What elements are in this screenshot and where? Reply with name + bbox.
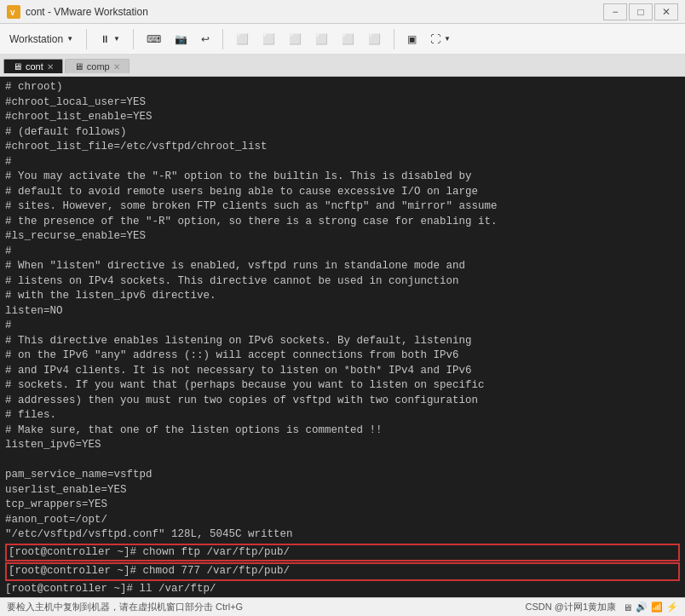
title-bar-left: V cont - VMware Workstation: [7, 5, 148, 19]
terminal-line-19: # on the IPv6 "any" address (::) will ac…: [5, 348, 680, 364]
view-btn-6[interactable]: ⬜: [362, 30, 387, 49]
highlighted-command-1: [root@controller ~]# chown ftp /var/ftp/…: [5, 544, 680, 562]
terminal-line-17: #: [5, 319, 680, 334]
terminal-line-13: # When "listen" directive is enabled, vs…: [5, 259, 680, 274]
terminal-line-12: #: [5, 245, 680, 260]
toolbar-group-view: ⬜ ⬜ ⬜ ⬜ ⬜ ⬜: [230, 30, 387, 49]
terminal-line-14: # listens on IPv4 sockets. This directiv…: [5, 274, 680, 290]
view-btn-3[interactable]: ⬜: [283, 30, 308, 49]
command-chown: [root@controller ~]# chown ftp /var/ftp/…: [9, 546, 290, 558]
terminal-line-25: listen_ipv6=YES: [5, 438, 680, 453]
terminal-line-15: # with the listen_ipv6 directive.: [5, 289, 680, 304]
vmware-icon: V: [7, 5, 20, 19]
view-btn-2[interactable]: ⬜: [256, 30, 281, 49]
terminal-line-2: #chroot_local_user=YES: [5, 95, 680, 111]
window-title: cont - VMware Workstation: [26, 6, 148, 18]
terminal-line-16: listen=NO: [5, 304, 680, 320]
pause-icon: ⏸: [100, 33, 110, 45]
view-btn-5[interactable]: ⬜: [336, 30, 360, 49]
keyboard-icon: ⌨: [147, 33, 161, 45]
fullscreen-icon: ⛶: [430, 33, 440, 45]
pause-dropdown-arrow: ▼: [113, 35, 120, 43]
highlighted-command-2: [root@controller ~]# chmod 777 /var/ftp/…: [5, 562, 680, 581]
terminal-line-6: #: [5, 155, 680, 170]
tab-comp[interactable]: 🖥 comp ✕: [65, 59, 130, 73]
view-icon-6: ⬜: [368, 33, 381, 45]
console-icon: ▣: [407, 33, 417, 45]
monitor-icon: 🖥: [623, 602, 632, 613]
terminal[interactable]: # chroot) #chroot_local_user=YES #chroot…: [0, 77, 685, 597]
view-icon-5: ⬜: [342, 33, 354, 45]
brand-label: CSDN @计网1黄加康: [525, 601, 616, 613]
title-bar: V cont - VMware Workstation − □ ✕: [0, 0, 685, 24]
terminal-line-3: #chroot_list_enable=YES: [5, 110, 680, 125]
close-button[interactable]: ✕: [654, 3, 678, 20]
view-btn-4[interactable]: ⬜: [309, 30, 334, 49]
terminal-line-5: #chroot_list_file=/etc/vsftpd/chroot_lis…: [5, 140, 680, 155]
terminal-line-18: # This directive enables listening on IP…: [5, 334, 680, 349]
revert-icon: ↩: [201, 33, 210, 45]
network-icon: 📶: [651, 602, 663, 613]
view-btn-1[interactable]: ⬜: [230, 30, 255, 49]
toolbar-group-power: ⏸ ▼: [94, 30, 126, 49]
terminal-line-7: # You may activate the "-R" option to th…: [5, 170, 680, 185]
view-icon-4: ⬜: [315, 33, 328, 45]
tab-cont-close[interactable]: ✕: [47, 62, 54, 72]
minimize-button[interactable]: −: [603, 3, 627, 20]
terminal-line-26: [5, 453, 680, 469]
terminal-line-20: # and IPv4 clients. It is not necessary …: [5, 364, 680, 379]
terminal-line-9: # sites. However, some broken FTP client…: [5, 199, 680, 215]
power-icon: ⚡: [666, 602, 678, 613]
tab-comp-icon: 🖥: [74, 61, 83, 72]
tab-comp-label: comp: [87, 61, 110, 72]
status-bar: 要检入主机中复制到机器，请在虚拟机窗口部分击 Ctrl+G CSDN @计网1黄…: [0, 597, 685, 616]
terminal-line-11: #ls_recurse_enable=YES: [5, 229, 680, 245]
terminal-line-30: #anon_root=/opt/: [5, 513, 680, 528]
toolbar-group-workstation: Workstation ▼: [3, 30, 79, 49]
terminal-line-1: # chroot): [5, 80, 680, 95]
send-ctrlaltdel-button[interactable]: ⌨: [141, 30, 167, 49]
toolbar-group-display: ▣ ⛶ ▼: [401, 30, 457, 49]
terminal-line-23: # files.: [5, 408, 680, 423]
toolbar-sep-3: [222, 29, 223, 49]
terminal-line-29: tcp_wrappers=YES: [5, 498, 680, 513]
status-left-text: 要检入主机中复制到机器，请在虚拟机窗口部分击 Ctrl+G: [7, 601, 243, 613]
terminal-line-22: # addresses) then you must run two copie…: [5, 394, 680, 409]
toolbar-sep-1: [86, 29, 87, 49]
terminal-line-24: # Make sure, that one of the listen opti…: [5, 423, 680, 439]
console-button[interactable]: ▣: [401, 30, 423, 49]
tab-cont[interactable]: 🖥 cont ✕: [3, 59, 63, 73]
status-icons: 🖥 🔊 📶 ⚡: [623, 602, 678, 613]
tab-cont-label: cont: [26, 61, 43, 72]
tabs-bar: 🖥 cont ✕ 🖥 comp ✕: [0, 55, 685, 77]
pause-button[interactable]: ⏸ ▼: [94, 30, 126, 49]
terminal-line-10: # the presence of the "-R" option, so th…: [5, 215, 680, 230]
maximize-button[interactable]: □: [629, 3, 653, 20]
terminal-line-27: pam_service_name=vsftpd: [5, 468, 680, 483]
toolbar-sep-4: [394, 29, 394, 49]
terminal-line-8: # default to avoid remote users being ab…: [5, 185, 680, 200]
toolbar: Workstation ▼ ⏸ ▼ ⌨ 📷 ↩ ⬜ ⬜ ⬜ ⬜ ⬜ ⬜ ▣ ⛶: [0, 24, 685, 55]
window-controls: − □ ✕: [603, 3, 678, 20]
workstation-menu-button[interactable]: Workstation ▼: [3, 30, 79, 49]
workstation-dropdown-arrow: ▼: [66, 35, 73, 43]
terminal-line-34: [root@controller ~]# ll /var/ftp/: [5, 582, 680, 597]
toolbar-sep-2: [133, 29, 134, 49]
fullscreen-dropdown-arrow: ▼: [444, 35, 451, 43]
status-right: CSDN @计网1黄加康 🖥 🔊 📶 ⚡: [525, 601, 678, 613]
sound-icon: 🔊: [636, 602, 648, 613]
snapshot-button[interactable]: 📷: [169, 30, 193, 49]
revert-button[interactable]: ↩: [195, 30, 216, 49]
svg-text:V: V: [10, 9, 15, 17]
terminal-line-31: "/etc/vsftpd/vsftpd.conf" 128L, 5045C wr…: [5, 527, 680, 543]
fullscreen-button[interactable]: ⛶ ▼: [424, 30, 457, 49]
tab-comp-close[interactable]: ✕: [113, 62, 120, 72]
terminal-line-21: # sockets. If you want that (perhaps bec…: [5, 378, 680, 394]
command-chmod: [root@controller ~]# chmod 777 /var/ftp/…: [9, 565, 290, 577]
terminal-line-35: total 0: [5, 596, 680, 597]
view-icon-1: ⬜: [236, 33, 249, 45]
view-icon-3: ⬜: [289, 33, 302, 45]
snapshot-icon: 📷: [175, 33, 187, 45]
terminal-line-4: # (default follows): [5, 125, 680, 141]
terminal-line-28: userlist_enable=YES: [5, 483, 680, 498]
